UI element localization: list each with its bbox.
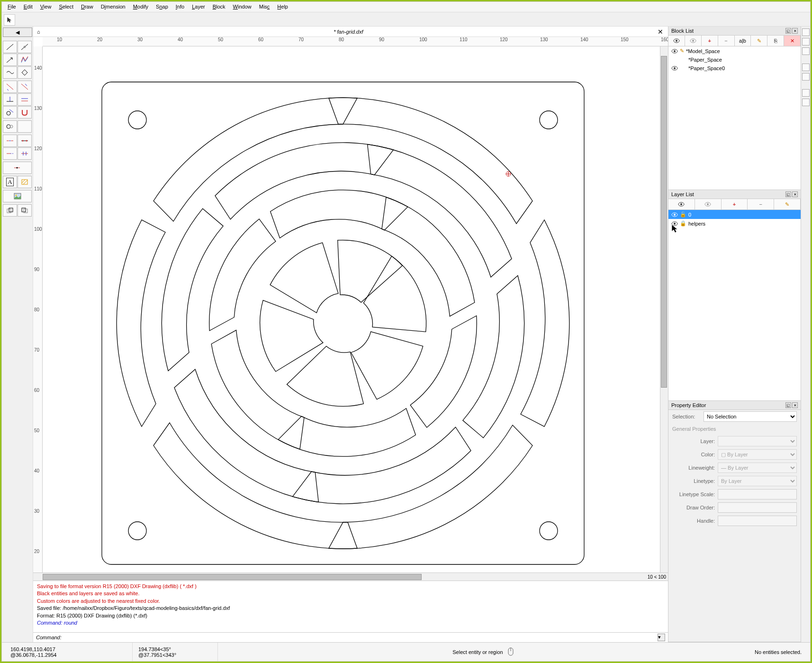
svg-rect-38: [102, 82, 584, 564]
block-rename[interactable]: a|b: [735, 36, 751, 46]
layer-name: helpers: [688, 221, 705, 227]
layer-remove[interactable]: −: [748, 199, 774, 209]
dock-tab-1[interactable]: [802, 28, 810, 36]
menu-view[interactable]: View: [36, 3, 55, 11]
tool-line[interactable]: [3, 41, 17, 53]
block-insert[interactable]: ⎘: [767, 36, 784, 46]
block-close[interactable]: ✕: [784, 36, 801, 46]
dock-tab-6[interactable]: [802, 89, 810, 97]
statusbar: 160.4198,110.4017 @36.0678,-11.2954 194.…: [2, 642, 810, 661]
menu-draw[interactable]: Draw: [77, 3, 97, 11]
tool-hatch[interactable]: [18, 176, 32, 188]
console-history-dropdown[interactable]: ▾: [658, 634, 665, 641]
zoom-ratio: 10 < 100: [646, 573, 668, 581]
svg-line-4: [7, 84, 13, 90]
menu-dimension[interactable]: Dimension: [97, 3, 129, 11]
layer-toolbar: + − ✎: [668, 199, 801, 210]
menu-layer[interactable]: Layer: [188, 3, 209, 11]
tool-red2[interactable]: [18, 81, 32, 93]
panel-close-icon[interactable]: ✕: [792, 28, 798, 34]
tool-shape2[interactable]: [18, 66, 32, 79]
block-add[interactable]: +: [702, 36, 718, 46]
menu-select[interactable]: Select: [55, 3, 77, 11]
dock-tab-3[interactable]: [802, 47, 810, 55]
prop-handle-input[interactable]: [718, 516, 797, 526]
tool-circle-tan[interactable]: [3, 120, 17, 133]
left-toolbar: ◀: [2, 27, 33, 642]
prop-linetype-select[interactable]: By Layer: [718, 476, 797, 486]
layer-item-0[interactable]: 🔓 0: [668, 210, 801, 219]
tool-magnet[interactable]: [18, 106, 32, 118]
menu-edit[interactable]: Edit: [20, 3, 36, 11]
tool-join[interactable]: [18, 135, 32, 147]
block-item-paper-space0[interactable]: *Paper_Space0: [668, 64, 801, 73]
menu-snap[interactable]: Snap: [152, 3, 172, 11]
menu-misc[interactable]: Misc: [255, 3, 274, 11]
block-show-all[interactable]: [668, 36, 685, 46]
tool-text[interactable]: A: [3, 176, 17, 188]
layer-add[interactable]: +: [722, 199, 748, 209]
panel-undock-icon[interactable]: ◱: [785, 191, 791, 197]
tool-red1[interactable]: [3, 81, 17, 93]
tool-tangent[interactable]: [3, 106, 17, 118]
dock-tab-5[interactable]: [802, 73, 810, 81]
block-edit[interactable]: ✎: [751, 36, 767, 46]
drawing-canvas[interactable]: [43, 46, 660, 572]
prop-draworder-input[interactable]: [718, 502, 797, 513]
svg-point-20: [22, 140, 24, 142]
panel-undock-icon[interactable]: ◱: [785, 402, 791, 408]
panel-close-icon[interactable]: ✕: [792, 191, 798, 197]
block-remove[interactable]: −: [718, 36, 735, 46]
tool-break[interactable]: [3, 135, 17, 147]
layer-hide-all[interactable]: [695, 199, 722, 209]
dock-tab-7[interactable]: [802, 99, 810, 106]
block-hide-all[interactable]: [685, 36, 702, 46]
svg-point-57: [707, 203, 709, 205]
tool-block2[interactable]: [18, 204, 32, 217]
layer-item-helpers[interactable]: 🔒 helpers: [668, 219, 801, 228]
pointer-tool-button[interactable]: [4, 14, 15, 26]
menu-modify[interactable]: Modify: [129, 3, 152, 11]
tool-perp[interactable]: [3, 93, 17, 106]
svg-point-55: [680, 203, 682, 205]
menu-window[interactable]: Window: [229, 3, 255, 11]
prop-lineweight-select[interactable]: — By Layer: [718, 463, 797, 473]
selection-dropdown[interactable]: No Selection: [704, 411, 797, 422]
prop-layer-select[interactable]: [718, 436, 797, 446]
prop-ltscale-input[interactable]: [718, 489, 797, 500]
tool-block1[interactable]: [3, 204, 17, 217]
block-item-paper-space[interactable]: *Paper_Space: [668, 55, 801, 64]
menu-info[interactable]: Info: [172, 3, 188, 11]
scrollbar-vertical[interactable]: [660, 46, 668, 572]
block-item-model-space[interactable]: ✎ *Model_Space: [668, 46, 801, 55]
menu-file[interactable]: File: [4, 3, 20, 11]
back-button[interactable]: ◀: [3, 27, 32, 37]
tool-extend1[interactable]: [3, 147, 17, 160]
scrollbar-v-thumb[interactable]: [661, 56, 667, 388]
tool-multi-line[interactable]: [18, 54, 32, 66]
tool-arrow[interactable]: [3, 54, 17, 66]
tool-shape1[interactable]: [3, 66, 17, 79]
panel-undock-icon[interactable]: ◱: [785, 28, 791, 34]
tool-extend2[interactable]: [18, 147, 32, 160]
dock-tab-2[interactable]: [802, 38, 810, 45]
tool-empty[interactable]: [18, 120, 32, 133]
tool-parallel[interactable]: [18, 93, 32, 106]
command-input[interactable]: [63, 634, 658, 641]
home-icon[interactable]: ⌂: [34, 29, 43, 35]
layer-edit[interactable]: ✎: [774, 199, 801, 209]
close-tab-button[interactable]: ✕: [654, 28, 667, 36]
dock-tab-4[interactable]: [802, 64, 810, 71]
block-name: *Model_Space: [686, 48, 720, 54]
scrollbar-h-thumb[interactable]: [43, 574, 422, 580]
tool-point[interactable]: [3, 162, 32, 174]
tool-line-angle[interactable]: [18, 41, 32, 53]
panel-close-icon[interactable]: ✕: [792, 402, 798, 408]
menu-block[interactable]: Block: [209, 3, 229, 11]
layer-show-all[interactable]: [668, 199, 695, 209]
prop-color-select[interactable]: ▢ By Layer: [718, 449, 797, 460]
tool-image[interactable]: [3, 190, 32, 202]
right-dock-tabs: [801, 27, 810, 642]
menu-help[interactable]: Help: [273, 3, 292, 11]
scrollbar-horizontal[interactable]: 10 < 100: [33, 572, 668, 581]
